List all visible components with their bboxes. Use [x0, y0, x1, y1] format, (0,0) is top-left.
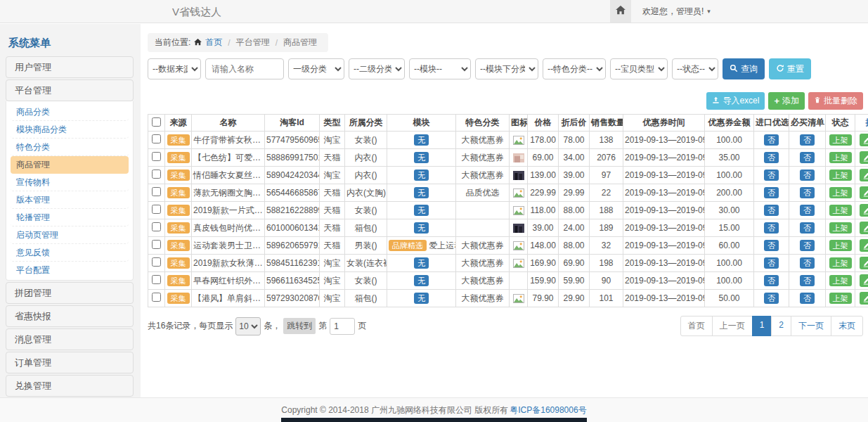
filter-select-3[interactable]: --模块-- [409, 58, 471, 79]
import-select-toggle[interactable]: 否 [764, 170, 779, 181]
sidebar-item-商品分类[interactable]: 商品分类 [11, 103, 129, 121]
reset-button[interactable]: 重置 [769, 58, 811, 79]
filter-select-7[interactable]: --状态-- [672, 58, 718, 79]
edit-button[interactable] [860, 151, 868, 164]
status-toggle[interactable]: 上架 [829, 240, 852, 251]
sidebar-item-版本管理[interactable]: 版本管理 [11, 191, 129, 209]
import-select-toggle[interactable]: 否 [764, 240, 779, 251]
home-button[interactable] [610, 0, 631, 23]
must-buy-toggle[interactable]: 否 [800, 205, 815, 216]
status-toggle[interactable]: 上架 [829, 205, 852, 216]
per-page-select[interactable]: 10 [235, 317, 261, 335]
must-buy-toggle[interactable]: 否 [800, 134, 815, 146]
must-buy-toggle[interactable]: 否 [800, 275, 815, 286]
sidebar-group-用户管理[interactable]: 用户管理 [6, 56, 134, 78]
sidebar-item-模块商品分类[interactable]: 模块商品分类 [11, 121, 129, 139]
row-checkbox[interactable] [152, 152, 161, 161]
import-select-toggle[interactable]: 否 [764, 187, 779, 198]
sidebar-group-省惠快报[interactable]: 省惠快报 [6, 305, 134, 327]
filter-select-5[interactable]: --特色分类-- [543, 58, 606, 79]
edit-button[interactable] [860, 222, 868, 234]
edit-button[interactable] [860, 274, 868, 287]
status-toggle[interactable]: 上架 [829, 293, 852, 304]
pager-button-1[interactable]: 1 [752, 316, 772, 336]
pager-button-末页[interactable]: 末页 [831, 316, 863, 336]
user-menu[interactable]: 欢迎您，管理员! ▾ [642, 6, 711, 18]
import-select-toggle[interactable]: 否 [764, 257, 779, 269]
pager-button-上一页[interactable]: 上一页 [712, 316, 753, 336]
row-checkbox[interactable] [152, 240, 161, 249]
import-select-toggle[interactable]: 否 [764, 205, 779, 216]
import-select-toggle[interactable]: 否 [764, 134, 779, 146]
module-badge[interactable]: 品牌精选 [389, 240, 427, 251]
edit-button[interactable] [860, 292, 868, 305]
add-button[interactable]: + 添加 [768, 92, 805, 110]
sidebar-group-兑换管理[interactable]: 兑换管理 [6, 375, 134, 397]
status-toggle[interactable]: 上架 [829, 187, 852, 198]
must-buy-toggle[interactable]: 否 [800, 240, 815, 251]
import-select-toggle[interactable]: 否 [764, 222, 779, 234]
status-toggle[interactable]: 上架 [829, 152, 852, 163]
pager-button-首页[interactable]: 首页 [680, 316, 713, 336]
module-badge[interactable]: 无 [414, 170, 429, 181]
row-checkbox[interactable] [152, 222, 161, 231]
edit-button[interactable] [860, 186, 868, 199]
sidebar-group-消息管理[interactable]: 消息管理 [6, 328, 134, 350]
jump-page-input[interactable] [330, 318, 355, 335]
import-select-toggle[interactable]: 否 [764, 293, 779, 304]
breadcrumb-home-link[interactable]: 首页 [205, 37, 222, 49]
module-badge[interactable]: 无 [414, 222, 429, 234]
module-badge[interactable]: 无 [414, 205, 429, 216]
row-checkbox[interactable] [152, 187, 161, 196]
must-buy-toggle[interactable]: 否 [800, 152, 815, 163]
sidebar-item-意见反馈[interactable]: 意见反馈 [11, 244, 129, 262]
sidebar-item-启动页管理[interactable]: 启动页管理 [11, 226, 129, 244]
filter-select-0[interactable]: --数据来源-- [148, 58, 201, 79]
sidebar-item-平台配置[interactable]: 平台配置 [11, 262, 129, 279]
row-checkbox[interactable] [152, 257, 161, 267]
jump-button[interactable]: 跳转到 [283, 318, 316, 334]
import-select-toggle[interactable]: 否 [764, 152, 779, 163]
filter-select-4[interactable]: --模块下分类-- [475, 58, 538, 79]
sidebar-group-拼团管理[interactable]: 拼团管理 [6, 282, 134, 304]
pager-button-下一页[interactable]: 下一页 [791, 316, 831, 336]
pager-button-2[interactable]: 2 [771, 316, 791, 336]
status-toggle[interactable]: 上架 [829, 170, 852, 181]
import-excel-button[interactable]: 导入excel [706, 92, 765, 110]
import-select-toggle[interactable]: 否 [764, 275, 779, 286]
status-toggle[interactable]: 上架 [829, 257, 852, 269]
status-toggle[interactable]: 上架 [829, 134, 852, 146]
module-badge[interactable]: 无 [414, 134, 429, 146]
row-checkbox[interactable] [152, 205, 161, 214]
module-badge[interactable]: 无 [414, 275, 429, 286]
filter-select-1[interactable]: 一级分类 [288, 58, 344, 79]
module-badge[interactable]: 无 [414, 293, 429, 304]
sidebar-item-特色分类[interactable]: 特色分类 [11, 139, 129, 156]
edit-button[interactable] [860, 239, 868, 252]
sidebar-group-平台管理[interactable]: 平台管理 [6, 79, 134, 101]
module-badge[interactable]: 无 [414, 152, 429, 163]
module-badge[interactable]: 无 [414, 257, 429, 269]
edit-button[interactable] [860, 204, 868, 217]
row-checkbox[interactable] [152, 134, 161, 143]
edit-button[interactable] [860, 169, 868, 181]
must-buy-toggle[interactable]: 否 [800, 170, 815, 181]
row-checkbox[interactable] [152, 293, 161, 302]
name-search-input[interactable] [205, 58, 284, 79]
edit-button[interactable] [860, 134, 868, 146]
batch-delete-button[interactable]: 批量删除 [808, 92, 863, 110]
sidebar-group-订单管理[interactable]: 订单管理 [6, 352, 134, 373]
select-all-checkbox[interactable] [152, 117, 161, 127]
status-toggle[interactable]: 上架 [829, 275, 852, 286]
filter-select-6[interactable]: --宝贝类型-- [610, 58, 668, 79]
status-toggle[interactable]: 上架 [829, 222, 852, 234]
module-badge[interactable]: 无 [414, 187, 429, 198]
must-buy-toggle[interactable]: 否 [800, 293, 815, 304]
row-checkbox[interactable] [152, 170, 161, 179]
sidebar-item-轮播管理[interactable]: 轮播管理 [11, 209, 129, 226]
icp-link[interactable]: 粤ICP备16098006号 [510, 404, 586, 416]
row-checkbox[interactable] [152, 275, 161, 284]
must-buy-toggle[interactable]: 否 [800, 257, 815, 269]
edit-button[interactable] [860, 257, 868, 269]
search-button[interactable]: 查询 [723, 58, 765, 79]
